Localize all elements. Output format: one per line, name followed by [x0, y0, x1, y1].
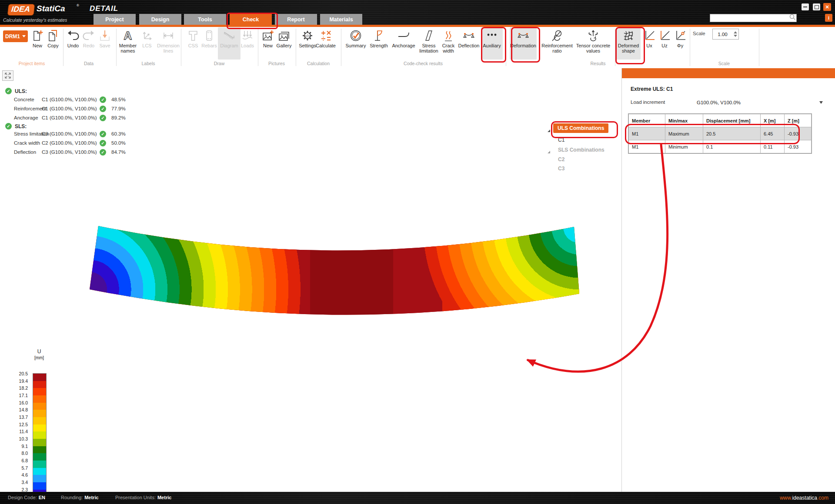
axis-phiy-icon: [674, 28, 687, 43]
project-item-selector[interactable]: DRM1: [3, 30, 28, 42]
ribbon-button-label: Strength: [370, 43, 388, 48]
stress-slash-icon: [422, 28, 435, 43]
group-divider: [181, 29, 181, 66]
aux-dots-icon: [485, 28, 498, 43]
maximize-button[interactable]: [813, 3, 820, 10]
extreme-title: Extreme ULS: C1: [631, 86, 673, 92]
scale-spinner[interactable]: 1.00: [712, 29, 739, 40]
table-cell: 0.11: [761, 140, 785, 153]
svg-text:A: A: [124, 29, 132, 42]
ribbon: DRM1 NewCopyUndoRedoSaveAMember namesLCS…: [0, 27, 835, 69]
gear-icon: </>: [301, 28, 314, 43]
title-bar: IDEA StatiCa ® DETAIL Calculate yesterda…: [0, 0, 835, 25]
ribbon-group-label: Results: [590, 61, 605, 66]
tab-tools[interactable]: Tools: [184, 14, 226, 25]
load-increment-value: G100.0%, V100.0%: [695, 100, 819, 105]
ribbon-button-deflection[interactable]: Deflection: [457, 27, 481, 60]
status-label: Rounding:: [61, 495, 83, 500]
ribbon-button-auxiliary[interactable]: Auxiliary: [481, 27, 503, 60]
status-label: Presentation Units:: [115, 495, 156, 500]
tab-check[interactable]: Check: [230, 14, 272, 25]
table-row[interactable]: M1Maximum20.56.45-0.93: [629, 127, 812, 140]
lcs-icon: [140, 28, 154, 43]
ribbon-button-label: Calculate: [316, 43, 336, 48]
ribbon-button-deformation[interactable]: Deformation: [510, 27, 537, 60]
ribbon-button-label: Save: [99, 43, 110, 48]
strength-flag-icon: [372, 28, 385, 43]
ribbon-button-label: Uz: [661, 43, 667, 48]
css-t-icon: [187, 28, 200, 43]
ribbon-button-label: Deflection: [458, 43, 480, 48]
website-link[interactable]: www.ideastatica.com: [780, 495, 828, 501]
reinf-ratio-icon: [551, 28, 564, 43]
ribbon-button-label: Anchorage: [392, 43, 415, 48]
minimize-button[interactable]: [802, 3, 809, 10]
calc-ops-icon: [319, 28, 332, 43]
status-item-rounding: Rounding:Metric: [61, 495, 99, 500]
loads-icon: [241, 28, 254, 43]
ribbon-button-summary[interactable]: Summary: [344, 27, 368, 60]
extreme-results-table: MemberMin/maxDisplacement [mm]X [m]Z [m]…: [628, 113, 812, 154]
table-cell: 20.5: [703, 127, 761, 140]
close-button[interactable]: ✕: [823, 3, 831, 11]
group-divider: [615, 29, 615, 66]
ribbon-button-label: Tensor concrete values: [574, 43, 612, 53]
load-increment-dropdown[interactable]: G100.0%, V100.0%: [695, 98, 824, 107]
spinner-down-icon[interactable]: [734, 35, 737, 37]
tab-design[interactable]: Design: [139, 14, 181, 25]
ribbon-button-label: New: [263, 43, 273, 48]
ribbon-button-label: Gallery: [277, 43, 292, 48]
ribbon-button-crack-width[interactable]: Crack width: [440, 27, 457, 60]
ribbon-group-label: Labels: [142, 61, 155, 66]
ribbon-button-label: Reinforcement ratio: [540, 43, 574, 53]
tab-project[interactable]: Project: [94, 14, 136, 25]
table-row[interactable]: M1Minimum0.10.11-0.93: [629, 140, 812, 153]
ribbon-button-copy[interactable]: Copy: [44, 27, 62, 60]
ribbon-button-label: Undo: [67, 43, 79, 48]
ribbon-button-label: Loads: [241, 43, 254, 48]
deformed-shape-plot: [0, 68, 621, 492]
status-item-design-code: Design Code:EN: [8, 495, 45, 500]
ribbon-button-label: Member names: [114, 43, 141, 53]
tab-materials[interactable]: Materials: [320, 14, 362, 25]
table-header-z-m: Z [m]: [785, 114, 812, 127]
app-title: DETAIL: [90, 4, 118, 13]
ribbon-button-uz[interactable]: Uz: [657, 27, 672, 60]
ribbon-button-deformed-shape[interactable]: Deformed shape: [616, 27, 641, 60]
ribbon-button-dimension-lines: Dimension lines: [154, 27, 183, 60]
ribbon-group-label: Calculation: [307, 61, 330, 66]
ribbon-button-ux[interactable]: Ux: [642, 27, 657, 60]
search-box[interactable]: [710, 14, 797, 22]
group-divider: [690, 29, 690, 66]
ribbon-group-label: Scale: [718, 61, 730, 66]
ribbon-button-label: Diagram: [220, 43, 238, 48]
tab-report[interactable]: Report: [275, 14, 317, 25]
search-input[interactable]: [710, 15, 789, 21]
ribbon-button-anchorage[interactable]: Anchorage: [390, 27, 417, 60]
ribbon-button-reinforcement-ratio[interactable]: Reinforcement ratio: [540, 27, 574, 60]
scale-label: Scale: [693, 31, 705, 36]
ribbon-button-new[interactable]: New: [29, 27, 46, 60]
ribbon-button-label: Auxiliary: [483, 43, 501, 48]
ribbon-button-tensor-concrete-values[interactable]: Tensor concrete values: [574, 27, 612, 60]
ribbon-button-diagram: Diagram: [218, 27, 240, 60]
ribbon-button-strength[interactable]: Strength: [367, 27, 390, 60]
ribbon-button-label: Crack width: [440, 43, 457, 53]
table-header-displacement-mm: Displacement [mm]: [703, 114, 761, 127]
status-label: Design Code:: [8, 495, 37, 500]
svg-text:</>: </>: [305, 34, 310, 38]
idea-logo: IDEA: [7, 4, 35, 16]
table-cell: -0.93: [785, 127, 812, 140]
ribbon-button-y[interactable]: Φy: [673, 27, 688, 60]
ribbon-button-calculate[interactable]: Calculate: [314, 27, 338, 60]
search-icon: [789, 13, 796, 23]
ribbon-button-stress-limitation[interactable]: Stress limitation: [416, 27, 442, 60]
ribbon-button-label: Redo: [83, 43, 94, 48]
ribbon-button-member-names[interactable]: AMember names: [114, 27, 141, 60]
image-new-icon: [261, 28, 274, 43]
ribbon-button-gallery[interactable]: Gallery: [274, 27, 294, 60]
spinner-up-icon[interactable]: [734, 31, 737, 33]
status-value: Metric: [157, 495, 171, 500]
crack-waves-icon: [442, 28, 455, 43]
info-button[interactable]: i: [825, 14, 832, 22]
